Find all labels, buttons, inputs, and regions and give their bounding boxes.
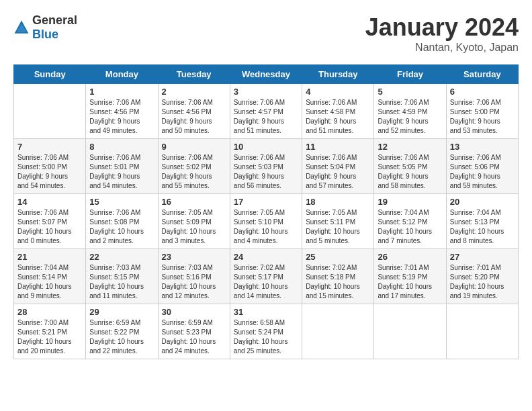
day-number: 25 <box>306 252 370 262</box>
day-info: Sunrise: 7:06 AM Sunset: 5:01 PM Dayligh… <box>89 153 154 191</box>
calendar-cell <box>302 304 374 359</box>
day-info: Sunrise: 7:04 AM Sunset: 5:14 PM Dayligh… <box>17 263 82 301</box>
calendar-cell: 2Sunrise: 7:06 AM Sunset: 4:56 PM Daylig… <box>158 84 230 139</box>
calendar-cell: 13Sunrise: 7:06 AM Sunset: 5:06 PM Dayli… <box>446 139 518 194</box>
day-number: 3 <box>234 87 298 97</box>
day-number: 23 <box>162 252 226 262</box>
day-info: Sunrise: 7:06 AM Sunset: 5:00 PM Dayligh… <box>450 98 515 136</box>
calendar-cell: 12Sunrise: 7:06 AM Sunset: 5:05 PM Dayli… <box>374 139 446 194</box>
calendar-week-row: 14Sunrise: 7:06 AM Sunset: 5:07 PM Dayli… <box>14 194 519 249</box>
calendar-cell <box>14 84 86 139</box>
day-info: Sunrise: 7:06 AM Sunset: 5:06 PM Dayligh… <box>450 153 515 191</box>
day-of-week-header: Friday <box>374 65 446 84</box>
calendar-cell: 29Sunrise: 6:59 AM Sunset: 5:22 PM Dayli… <box>86 304 158 359</box>
day-info: Sunrise: 7:04 AM Sunset: 5:12 PM Dayligh… <box>378 208 442 246</box>
month-title: January 2024 <box>365 13 519 42</box>
day-of-week-header: Tuesday <box>158 65 230 84</box>
calendar-cell: 6Sunrise: 7:06 AM Sunset: 5:00 PM Daylig… <box>446 84 518 139</box>
day-number: 24 <box>234 252 298 262</box>
calendar-cell: 22Sunrise: 7:03 AM Sunset: 5:15 PM Dayli… <box>86 249 158 304</box>
day-info: Sunrise: 7:03 AM Sunset: 5:16 PM Dayligh… <box>162 263 226 301</box>
calendar-cell: 19Sunrise: 7:04 AM Sunset: 5:12 PM Dayli… <box>374 194 446 249</box>
day-info: Sunrise: 6:58 AM Sunset: 5:24 PM Dayligh… <box>234 318 298 356</box>
calendar-cell: 1Sunrise: 7:06 AM Sunset: 4:56 PM Daylig… <box>86 84 158 139</box>
calendar-cell: 31Sunrise: 6:58 AM Sunset: 5:24 PM Dayli… <box>230 304 302 359</box>
day-number: 14 <box>17 197 82 207</box>
calendar-week-row: 21Sunrise: 7:04 AM Sunset: 5:14 PM Dayli… <box>14 249 519 304</box>
day-number: 9 <box>162 142 226 152</box>
calendar-cell: 30Sunrise: 6:59 AM Sunset: 5:23 PM Dayli… <box>158 304 230 359</box>
calendar-cell: 3Sunrise: 7:06 AM Sunset: 4:57 PM Daylig… <box>230 84 302 139</box>
day-info: Sunrise: 7:06 AM Sunset: 5:00 PM Dayligh… <box>17 153 82 191</box>
day-number: 18 <box>306 197 370 207</box>
day-number: 27 <box>450 252 515 262</box>
day-info: Sunrise: 7:02 AM Sunset: 5:18 PM Dayligh… <box>306 263 370 301</box>
day-info: Sunrise: 7:06 AM Sunset: 5:07 PM Dayligh… <box>17 208 82 246</box>
calendar-table: SundayMondayTuesdayWednesdayThursdayFrid… <box>13 64 519 359</box>
calendar-cell: 5Sunrise: 7:06 AM Sunset: 4:59 PM Daylig… <box>374 84 446 139</box>
day-number: 22 <box>89 252 154 262</box>
logo-text: General Blue <box>32 13 77 42</box>
day-number: 13 <box>450 142 515 152</box>
calendar-cell: 11Sunrise: 7:06 AM Sunset: 5:04 PM Dayli… <box>302 139 374 194</box>
day-info: Sunrise: 7:06 AM Sunset: 5:02 PM Dayligh… <box>162 153 226 191</box>
day-number: 2 <box>162 87 226 97</box>
day-number: 26 <box>378 252 442 262</box>
day-info: Sunrise: 7:01 AM Sunset: 5:19 PM Dayligh… <box>378 263 442 301</box>
day-number: 1 <box>89 87 154 97</box>
day-number: 31 <box>234 307 298 317</box>
logo-icon <box>13 19 30 36</box>
calendar-cell: 24Sunrise: 7:02 AM Sunset: 5:17 PM Dayli… <box>230 249 302 304</box>
calendar-cell: 20Sunrise: 7:04 AM Sunset: 5:13 PM Dayli… <box>446 194 518 249</box>
calendar-cell: 21Sunrise: 7:04 AM Sunset: 5:14 PM Dayli… <box>14 249 86 304</box>
calendar-cell: 26Sunrise: 7:01 AM Sunset: 5:19 PM Dayli… <box>374 249 446 304</box>
day-number: 5 <box>378 87 442 97</box>
day-info: Sunrise: 7:06 AM Sunset: 4:56 PM Dayligh… <box>162 98 226 136</box>
calendar-cell: 16Sunrise: 7:05 AM Sunset: 5:09 PM Dayli… <box>158 194 230 249</box>
day-number: 19 <box>378 197 442 207</box>
day-info: Sunrise: 7:06 AM Sunset: 5:08 PM Dayligh… <box>89 208 154 246</box>
day-of-week-header: Thursday <box>302 65 374 84</box>
calendar-cell: 10Sunrise: 7:06 AM Sunset: 5:03 PM Dayli… <box>230 139 302 194</box>
day-number: 28 <box>17 307 82 317</box>
day-info: Sunrise: 7:06 AM Sunset: 5:03 PM Dayligh… <box>234 153 298 191</box>
calendar-cell <box>374 304 446 359</box>
calendar-cell: 8Sunrise: 7:06 AM Sunset: 5:01 PM Daylig… <box>86 139 158 194</box>
day-info: Sunrise: 7:06 AM Sunset: 4:56 PM Dayligh… <box>89 98 154 136</box>
day-info: Sunrise: 7:06 AM Sunset: 5:04 PM Dayligh… <box>306 153 370 191</box>
day-info: Sunrise: 6:59 AM Sunset: 5:22 PM Dayligh… <box>89 318 154 356</box>
day-number: 11 <box>306 142 370 152</box>
day-info: Sunrise: 7:06 AM Sunset: 5:05 PM Dayligh… <box>378 153 442 191</box>
day-info: Sunrise: 6:59 AM Sunset: 5:23 PM Dayligh… <box>162 318 226 356</box>
day-info: Sunrise: 7:05 AM Sunset: 5:09 PM Dayligh… <box>162 208 226 246</box>
logo-general: General <box>32 13 77 27</box>
day-number: 12 <box>378 142 442 152</box>
day-info: Sunrise: 7:02 AM Sunset: 5:17 PM Dayligh… <box>234 263 298 301</box>
day-number: 15 <box>89 197 154 207</box>
day-info: Sunrise: 7:04 AM Sunset: 5:13 PM Dayligh… <box>450 208 515 246</box>
calendar-cell: 7Sunrise: 7:06 AM Sunset: 5:00 PM Daylig… <box>14 139 86 194</box>
day-info: Sunrise: 7:06 AM Sunset: 4:58 PM Dayligh… <box>306 98 370 136</box>
page-header: General Blue January 2024 Nantan, Kyoto,… <box>13 13 519 54</box>
day-number: 8 <box>89 142 154 152</box>
day-number: 10 <box>234 142 298 152</box>
day-info: Sunrise: 7:06 AM Sunset: 4:59 PM Dayligh… <box>378 98 442 136</box>
title-section: January 2024 Nantan, Kyoto, Japan <box>365 13 519 54</box>
day-number: 16 <box>162 197 226 207</box>
calendar-cell: 9Sunrise: 7:06 AM Sunset: 5:02 PM Daylig… <box>158 139 230 194</box>
day-number: 29 <box>89 307 154 317</box>
day-info: Sunrise: 7:01 AM Sunset: 5:20 PM Dayligh… <box>450 263 515 301</box>
day-info: Sunrise: 7:00 AM Sunset: 5:21 PM Dayligh… <box>17 318 82 356</box>
calendar-cell <box>446 304 518 359</box>
calendar-cell: 18Sunrise: 7:05 AM Sunset: 5:11 PM Dayli… <box>302 194 374 249</box>
day-number: 4 <box>306 87 370 97</box>
calendar-week-row: 7Sunrise: 7:06 AM Sunset: 5:00 PM Daylig… <box>14 139 519 194</box>
calendar-cell: 28Sunrise: 7:00 AM Sunset: 5:21 PM Dayli… <box>14 304 86 359</box>
day-number: 17 <box>234 197 298 207</box>
day-number: 7 <box>17 142 82 152</box>
logo-blue: Blue <box>32 28 58 41</box>
day-info: Sunrise: 7:06 AM Sunset: 4:57 PM Dayligh… <box>234 98 298 136</box>
calendar-cell: 14Sunrise: 7:06 AM Sunset: 5:07 PM Dayli… <box>14 194 86 249</box>
calendar-cell: 25Sunrise: 7:02 AM Sunset: 5:18 PM Dayli… <box>302 249 374 304</box>
day-number: 6 <box>450 87 515 97</box>
